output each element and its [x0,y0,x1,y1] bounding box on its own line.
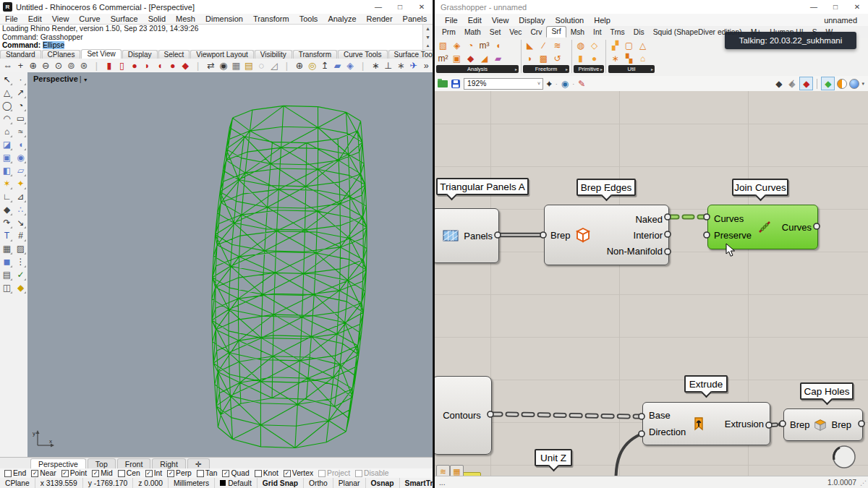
toolbar-icon[interactable]: | [192,59,205,72]
menu-item[interactable]: Help [432,14,433,23]
toolbar-icon[interactable]: ● [128,59,141,72]
expand-arrow-icon[interactable]: ▸ [600,67,603,72]
component-icon[interactable]: ▮ [574,52,587,65]
zoom-extents-icon[interactable]: ⌖ [547,79,552,89]
toolbar-icon[interactable]: » [420,59,433,72]
toolbar-icon[interactable]: ⊚ [65,59,78,72]
component-icon[interactable]: ▣ [450,52,464,65]
toolbar-icon[interactable]: | [281,59,294,72]
status-segment[interactable]: Millimeters [169,478,215,488]
dock-tool-icon[interactable]: ◯ [1,100,13,112]
menu-item[interactable]: Curve [74,14,105,23]
dock-tool-icon[interactable]: ◠ [1,113,13,125]
checkbox-icon[interactable] [61,470,69,477]
toolbar-icon[interactable]: | [357,59,370,72]
chevron-down-icon[interactable]: ▾ [861,81,864,87]
dock-tool-icon[interactable]: ⌂ [1,126,13,138]
toolbar-tab[interactable]: Set View [81,49,121,59]
dock-tool-icon[interactable]: ✦ [14,178,27,190]
dock-tool-icon[interactable]: ✶ [1,178,13,190]
toolbar-icon[interactable]: ▰ [331,59,344,72]
category-tab[interactable]: Int [589,27,605,38]
dock-tool-icon[interactable]: · [14,74,27,86]
window-control-icon[interactable]: ✕ [846,0,868,14]
toolbar-icon[interactable]: | [90,59,103,72]
window-control-icon[interactable]: ✕ [411,0,433,14]
component-icon[interactable]: ∗ [608,52,622,65]
viewport-tab[interactable]: Perspective [30,458,86,469]
toolbar-icon[interactable]: ▦ [230,59,243,72]
menu-item[interactable]: Analyze [323,14,361,23]
canvas-corner-icon[interactable]: ▦ [450,465,464,476]
open-file-icon[interactable] [438,80,448,87]
dock-tool-icon[interactable]: ◖ [14,139,27,151]
dock-tool-icon[interactable]: ◔ [14,100,27,112]
label-extrude[interactable]: Extrude [684,375,728,393]
shaded-preview-icon[interactable] [837,79,847,89]
dock-tool-icon[interactable]: ↘ [14,217,27,229]
component-icon[interactable]: ◗ [523,52,537,65]
toolbar-icon[interactable]: ⇔ [1,59,14,72]
component-icon[interactable]: ▧ [436,39,450,52]
osnap-toggle[interactable]: Point [61,469,87,477]
osnap-toggle[interactable]: Knot [255,469,278,477]
osnap-toggle[interactable]: Tan [197,469,218,477]
osnap-toggle[interactable]: Quad [222,469,249,477]
resize-grip[interactable]: ⋰ [860,479,867,487]
dock-tool-icon[interactable]: ◆ [14,282,27,294]
ribbon-group-label[interactable]: Util▸ [608,65,655,73]
window-control-icon[interactable]: — [367,0,389,14]
dock-tool-icon[interactable]: ▨ [14,243,27,255]
prompt-spinner[interactable]: ▲▼ [422,41,433,50]
checkbox-icon[interactable] [255,470,262,477]
preview-eye-icon[interactable]: ◉ [561,79,569,89]
menu-item[interactable]: Panels [398,14,433,23]
component-icon[interactable]: ● [587,52,601,65]
checkbox-icon[interactable] [92,470,99,477]
component-icon[interactable]: ▢ [622,39,636,52]
dock-tool-icon[interactable]: ↗ [14,87,27,99]
viewport-title[interactable]: Perspective|▼ [33,74,88,83]
status-segment[interactable]: x 3139.559 [35,478,83,488]
prompt-value[interactable]: Ellipse [43,41,64,49]
component-icon[interactable]: ▰ [491,52,505,65]
toolbar-icon[interactable]: ✈ [407,59,420,72]
toolbar-tab[interactable]: Standard [0,50,41,59]
toolbar-icon[interactable]: ▮ [103,59,116,72]
component-icon[interactable]: ▞ [608,39,622,52]
canvas-corner-icon[interactable]: ≋ [436,465,450,476]
checkbox-icon[interactable] [145,470,153,477]
toolbar-icon[interactable]: ∗ [394,59,407,72]
component-icon[interactable]: ◖ [491,39,505,52]
category-tab[interactable]: Dis [629,27,649,38]
toolbar-icon[interactable]: ◈ [344,59,357,72]
checkbox-icon[interactable] [167,470,174,477]
gh-canvas[interactable]: Panels Brep Naked Interior Non-Manifold … [435,91,868,476]
dock-tool-icon[interactable]: ↷ [1,217,13,229]
rhino-titlebar[interactable]: R Untitled - Rhinoceros 6 Commercial - [… [0,0,433,14]
dock-tool-icon[interactable]: ∟ [1,191,13,203]
status-segment[interactable]: CPlane [0,478,35,488]
osnap-toggle[interactable]: Cen [118,469,140,477]
toolbar-icon[interactable]: ◖ [153,59,166,72]
component-icon[interactable]: ◆ [464,52,477,65]
label-triangular-panels[interactable]: Triangular Panels A [436,178,529,195]
toolbar-tab[interactable]: Transform [293,50,337,59]
expand-arrow-icon[interactable]: ▸ [566,67,568,72]
toolbar-icon[interactable]: ⊕ [293,59,306,72]
dock-tool-icon[interactable]: ◧ [1,165,13,177]
history-scrollbar[interactable]: ▲▼ [422,25,433,42]
dock-tool-icon[interactable]: ◪ [1,139,13,151]
component-icon[interactable]: ≋ [550,39,564,52]
category-tab[interactable]: Msh [566,27,589,38]
dock-tool-icon[interactable]: ▣ [1,152,13,164]
dock-tool-icon[interactable]: △ [1,87,13,99]
viewport-tab[interactable]: Right [152,458,186,469]
dock-tool-icon[interactable]: ⋮ [14,256,27,268]
osnap-toggle[interactable]: End [4,469,26,477]
viewport-tab[interactable]: ✛ [187,458,210,469]
category-tab[interactable]: Vec [505,27,526,38]
component-icon[interactable]: m² [436,52,450,65]
dock-tool-icon[interactable]: ▱ [14,165,27,177]
dock-tool-icon[interactable]: ▤ [1,269,13,281]
